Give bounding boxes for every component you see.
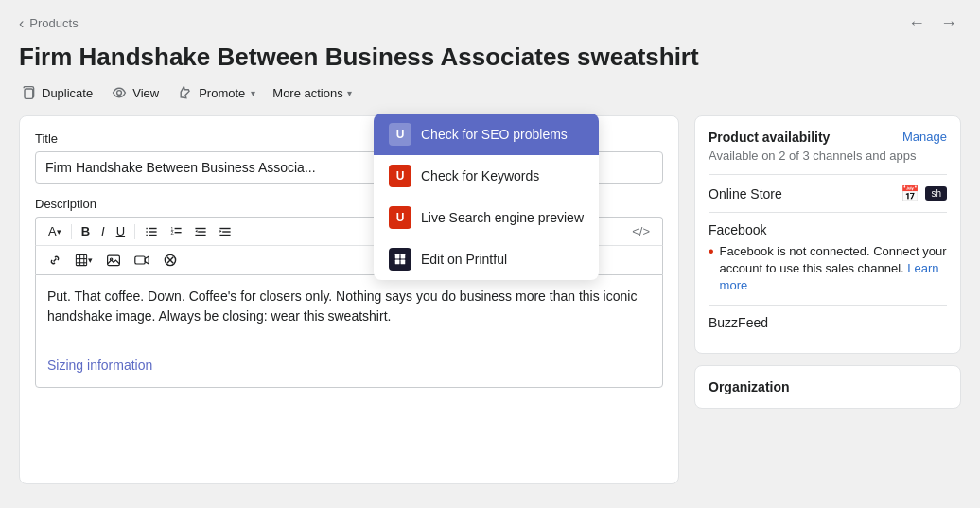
text-format-chevron: ▾ [57, 227, 61, 236]
image-button[interactable] [101, 250, 126, 271]
view-icon [112, 85, 127, 100]
svg-rect-18 [195, 234, 205, 235]
facebook-warning: • Facebook is not connected. Connect you… [709, 243, 947, 295]
availability-title: Product availability [709, 130, 830, 145]
page-title: Firm Handshake Between Business Associat… [0, 37, 980, 81]
italic-button[interactable]: I [96, 221, 110, 241]
table-button[interactable]: ▾ [70, 251, 97, 270]
online-store-right: 📅 sh [901, 184, 947, 202]
numbered-list-icon: 1.2. [169, 225, 183, 238]
svg-rect-4 [395, 260, 400, 265]
numbered-list-button[interactable]: 1.2. [165, 222, 187, 241]
view-button[interactable]: View [110, 81, 161, 104]
toolbar-separator-1 [71, 224, 72, 239]
editor-text: Put. That coffee. Down. Coffee's for clo… [47, 289, 637, 324]
availability-subtitle: Available on 2 of 3 channels and apps [709, 149, 947, 163]
availability-card-header: Product availability Manage [709, 130, 947, 145]
toolbar: Duplicate View Promote ▾ More actions ▾ … [0, 81, 980, 115]
duplicate-button[interactable]: Duplicate [19, 81, 95, 104]
indent-icon [194, 225, 207, 238]
right-panel: Product availability Manage Available on… [694, 115, 961, 508]
bold-button[interactable]: B [77, 221, 95, 241]
table-icon [75, 254, 88, 267]
svg-rect-13 [175, 227, 182, 228]
svg-rect-7 [149, 227, 156, 228]
text-format-select-button[interactable]: A ▾ [44, 221, 66, 241]
svg-point-1 [117, 91, 122, 96]
warning-dot-icon: • [709, 244, 714, 295]
svg-rect-31 [135, 256, 145, 264]
svg-rect-5 [401, 260, 406, 265]
organization-card: Organization [694, 365, 961, 409]
video-button[interactable] [130, 250, 154, 271]
nav-back-button[interactable]: ← [904, 9, 929, 37]
chevron-left-icon: ‹ [19, 15, 24, 32]
svg-rect-21 [222, 231, 230, 232]
dropdown-item-printful[interactable]: Edit on Printful [374, 238, 599, 280]
indent-button[interactable] [189, 222, 212, 241]
seo-icon: U [389, 123, 411, 146]
preview-label: Live Search engine preview [421, 210, 584, 225]
svg-rect-6 [146, 227, 147, 228]
top-nav: ‹ Products ← → [0, 0, 980, 37]
buzzfeed-label: BuzzFeed [709, 315, 768, 330]
dropdown-item-keywords[interactable]: U Check for Keywords [374, 155, 599, 197]
duplicate-icon [21, 85, 36, 100]
outdent-icon [219, 225, 232, 238]
svg-rect-15 [175, 232, 182, 233]
more-actions-button[interactable]: More actions ▾ [272, 86, 351, 100]
seo-label: Check for SEO problems [421, 127, 568, 142]
nav-forward-button[interactable]: → [936, 9, 961, 37]
svg-marker-19 [195, 229, 197, 232]
availability-card: Product availability Manage Available on… [694, 115, 961, 354]
duplicate-label: Duplicate [42, 86, 93, 100]
facebook-warning-text: Facebook is not connected. Connect your … [720, 243, 947, 295]
svg-rect-17 [198, 231, 205, 232]
nav-arrows: ← → [904, 9, 961, 37]
svg-rect-29 [108, 255, 120, 265]
calendar-icon[interactable]: 📅 [901, 184, 919, 202]
promote-button[interactable]: Promote ▾ [176, 81, 257, 104]
dropdown-menu: U Check for SEO problems U Check for Key… [374, 114, 599, 280]
bullet-list-icon [145, 225, 158, 238]
svg-text:2.: 2. [170, 230, 174, 235]
code-icon: </> [632, 224, 650, 238]
dropdown-item-preview[interactable]: U Live Search engine preview [374, 197, 599, 238]
underline-button[interactable]: U [112, 221, 130, 241]
organization-title: Organization [709, 379, 790, 394]
svg-rect-2 [395, 254, 400, 259]
svg-rect-22 [219, 234, 230, 235]
svg-rect-24 [76, 254, 86, 265]
dropdown-item-seo[interactable]: U Check for SEO problems [374, 114, 599, 155]
clear-format-icon [163, 253, 178, 268]
breadcrumb[interactable]: ‹ Products [19, 15, 79, 32]
keywords-label: Check for Keywords [421, 168, 539, 184]
printful-icon [389, 248, 411, 271]
promote-label: Promote [199, 86, 245, 100]
svg-rect-16 [195, 227, 205, 228]
shopify-badge: sh [925, 186, 947, 201]
text-format-label: A [48, 224, 57, 238]
svg-rect-0 [25, 89, 33, 98]
bullet-list-button[interactable] [140, 222, 163, 241]
facebook-section: Facebook • Facebook is not connected. Co… [709, 222, 947, 295]
code-button[interactable]: </> [627, 221, 655, 241]
manage-link[interactable]: Manage [902, 130, 947, 144]
underline-icon: U [116, 224, 125, 238]
svg-marker-23 [219, 229, 221, 232]
sizing-link[interactable]: Sizing information [47, 356, 152, 376]
page: ‹ Products ← → Firm Handshake Between Bu… [0, 0, 980, 508]
printful-label: Edit on Printful [421, 252, 507, 267]
svg-rect-3 [401, 254, 406, 259]
toolbar-separator-2 [134, 224, 135, 239]
learn-more-link[interactable]: Learn more [720, 261, 939, 292]
more-actions-chevron-icon: ▾ [347, 88, 352, 98]
preview-icon: U [389, 206, 411, 229]
editor-content[interactable]: Put. That coffee. Down. Coffee's for clo… [35, 274, 663, 388]
clear-format-button[interactable] [158, 250, 183, 271]
svg-rect-20 [219, 227, 230, 228]
channel-row-online-store: Online Store 📅 sh [709, 174, 947, 212]
link-button[interactable] [44, 251, 66, 270]
svg-rect-8 [146, 231, 147, 232]
outdent-button[interactable] [214, 222, 236, 241]
